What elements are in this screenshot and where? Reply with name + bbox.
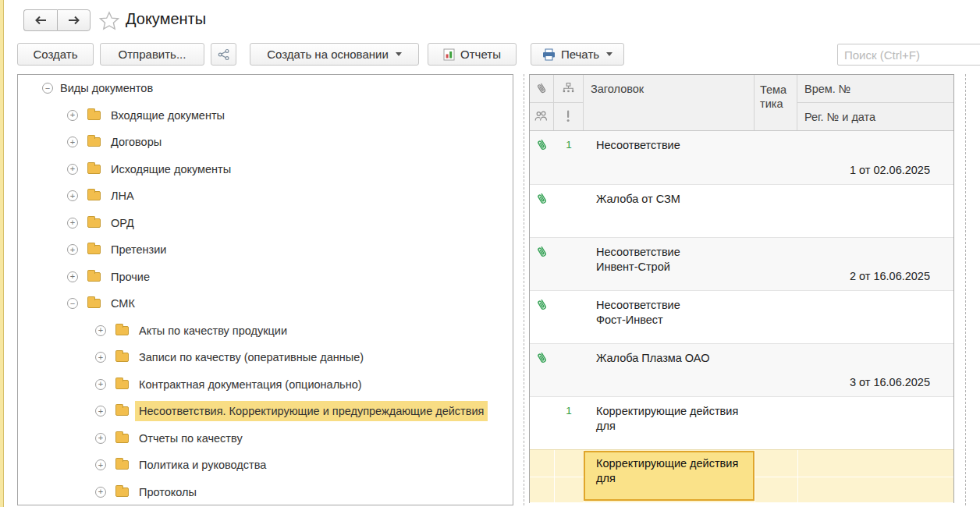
tree-item-claims[interactable]: + Претензии bbox=[18, 236, 513, 264]
expand-icon[interactable]: + bbox=[95, 352, 106, 363]
collapse-icon[interactable]: − bbox=[67, 298, 78, 309]
tree-item-quality-acts[interactable]: + Акты по качеству продукции bbox=[18, 317, 513, 345]
tree-item-ord[interactable]: + ОРД bbox=[18, 210, 513, 237]
expand-icon[interactable]: + bbox=[67, 136, 78, 147]
bar-chart-icon bbox=[443, 48, 455, 61]
expand-icon[interactable]: + bbox=[95, 433, 106, 444]
paperclip-icon bbox=[535, 350, 549, 365]
expand-icon[interactable]: + bbox=[67, 218, 78, 229]
folder-icon bbox=[87, 299, 101, 308]
chevron-down-icon bbox=[606, 52, 612, 56]
tree-item-label: СМК bbox=[111, 297, 135, 310]
table-row[interactable]: 1 Корректирующие действия для bbox=[530, 396, 954, 449]
send-button[interactable]: Отправить... bbox=[100, 43, 204, 66]
expand-icon[interactable]: + bbox=[95, 325, 106, 336]
tree-item-policy[interactable]: + Политика и руководства bbox=[18, 452, 513, 479]
chevron-down-icon bbox=[396, 52, 402, 56]
table-row[interactable]: Жалоба от СЗМ bbox=[530, 184, 954, 237]
folder-icon bbox=[115, 488, 129, 497]
tree-item-label: Исходящие документы bbox=[111, 163, 231, 176]
registration-number: 2 от 16.06.2025 bbox=[850, 270, 930, 282]
expand-icon[interactable]: + bbox=[67, 110, 78, 121]
column-header-authors[interactable] bbox=[530, 103, 554, 131]
tree-item-label: Протоколы bbox=[139, 486, 197, 498]
paperclip-icon bbox=[535, 191, 549, 206]
document-title: Жалоба Плазма ОАО bbox=[596, 351, 752, 366]
tree-item-nonconformities[interactable]: + Несоответствия. Корректирующие и преду… bbox=[18, 398, 513, 425]
expand-icon[interactable]: + bbox=[95, 487, 106, 498]
table-row-selected[interactable]: Корректирующие действия для bbox=[530, 449, 954, 502]
create-based-on-button[interactable]: Создать на основании bbox=[250, 43, 419, 66]
tree-item-label: Контрактная документация (опционально) bbox=[139, 378, 362, 391]
folder-icon bbox=[115, 380, 129, 389]
panel-splitter-left[interactable] bbox=[524, 74, 524, 505]
create-button-label: Создать bbox=[33, 48, 77, 61]
folder-icon bbox=[115, 460, 129, 470]
tree-item-other[interactable]: + Прочие bbox=[18, 264, 513, 291]
folder-icon bbox=[115, 434, 129, 443]
forward-button[interactable] bbox=[57, 9, 91, 31]
table-row[interactable]: Несоответствие Инвент-Строй 2 от 16.06.2… bbox=[530, 237, 954, 290]
tree-item-contracts[interactable]: + Договоры bbox=[18, 129, 513, 156]
tree-item-label: Записи по качеству (оперативные данные) bbox=[139, 351, 364, 363]
tree-item-quality-reports[interactable]: + Отчеты по качеству bbox=[18, 425, 513, 452]
column-header-theme[interactable]: Тема тика bbox=[755, 75, 797, 131]
registration-number: 1 от 02.06.2025 bbox=[850, 164, 930, 176]
tree-item-quality-records[interactable]: + Записи по качеству (оперативные данные… bbox=[18, 344, 513, 371]
folder-icon bbox=[87, 218, 101, 228]
tree-item-outgoing[interactable]: + Исходящие документы bbox=[18, 156, 513, 183]
tree-item-root[interactable]: − Виды документов bbox=[18, 75, 513, 102]
panel-splitter-right[interactable] bbox=[965, 74, 966, 505]
column-header-title[interactable]: Заголовок bbox=[584, 75, 755, 131]
create-button[interactable]: Создать bbox=[17, 43, 94, 66]
column-header-reg-no[interactable]: Рег. № и дата bbox=[797, 103, 954, 131]
reports-button-label: Отчеты bbox=[460, 48, 501, 61]
tree-item-label: Политика и руководства bbox=[139, 459, 266, 471]
folder-icon bbox=[87, 272, 101, 282]
table-row[interactable]: Несоответствие Фост-Инвест bbox=[530, 290, 954, 343]
folder-icon bbox=[87, 165, 101, 174]
column-header-temp-no-label: Врем. № bbox=[797, 75, 954, 95]
folder-icon bbox=[87, 111, 101, 120]
tree-item-lna[interactable]: + ЛНА bbox=[18, 183, 513, 210]
reports-button[interactable]: Отчеты bbox=[428, 43, 517, 66]
back-button[interactable] bbox=[23, 9, 57, 31]
expand-icon[interactable]: + bbox=[67, 190, 78, 201]
selected-title-cell[interactable]: Корректирующие действия для bbox=[584, 451, 755, 501]
tree-item-label-highlighted: Несоответствия. Корректирующие и предупр… bbox=[135, 401, 488, 421]
expand-icon[interactable]: + bbox=[95, 406, 106, 417]
table-row[interactable]: Жалоба Плазма ОАО 3 от 16.06.2025 bbox=[530, 343, 954, 396]
favorite-star-icon[interactable] bbox=[99, 11, 119, 34]
tree-item-smk[interactable]: − СМК bbox=[18, 290, 513, 317]
linked-count: 1 bbox=[554, 139, 584, 151]
print-button[interactable]: Печать bbox=[531, 43, 624, 66]
collapse-icon[interactable]: − bbox=[42, 83, 53, 94]
column-header-title-label: Заголовок bbox=[584, 75, 754, 95]
search-input[interactable] bbox=[837, 44, 980, 66]
expand-icon[interactable]: + bbox=[95, 459, 106, 470]
expand-icon[interactable]: + bbox=[67, 164, 78, 175]
column-header-attachment[interactable] bbox=[530, 75, 554, 103]
column-header-hierarchy[interactable] bbox=[554, 75, 584, 103]
tree-item-label: Отчеты по качеству bbox=[139, 432, 243, 445]
tree-item-incoming[interactable]: + Входящие документы bbox=[18, 102, 513, 129]
tree-item-label: Претензии bbox=[111, 243, 166, 256]
expand-icon[interactable]: + bbox=[67, 244, 78, 255]
send-button-label: Отправить... bbox=[119, 48, 186, 61]
share-button[interactable] bbox=[211, 43, 236, 66]
column-header-theme-label: тика bbox=[760, 98, 783, 110]
documents-table: Заголовок Тема тика Врем. № Рег. № и дат… bbox=[529, 74, 954, 503]
column-header-importance[interactable] bbox=[554, 103, 584, 131]
tree-item-contract-docs[interactable]: + Контрактная документация (опционально) bbox=[18, 371, 513, 399]
page-title: Документы bbox=[126, 10, 206, 28]
expand-icon[interactable]: + bbox=[67, 271, 78, 282]
tree-item-label: Договоры bbox=[111, 136, 162, 148]
tree-item-label: Входящие документы bbox=[111, 109, 225, 122]
table-row[interactable]: 1 Несоответствие 1 от 02.06.2025 bbox=[530, 131, 954, 184]
document-title: Корректирующие действия для bbox=[596, 404, 752, 434]
tree-item-protocols[interactable]: + Протоколы bbox=[18, 479, 513, 506]
create-based-on-label: Создать на основании bbox=[267, 48, 389, 61]
print-button-label: Печать bbox=[561, 48, 599, 61]
expand-icon[interactable]: + bbox=[95, 379, 106, 390]
column-header-temp-no[interactable]: Врем. № bbox=[797, 75, 954, 103]
